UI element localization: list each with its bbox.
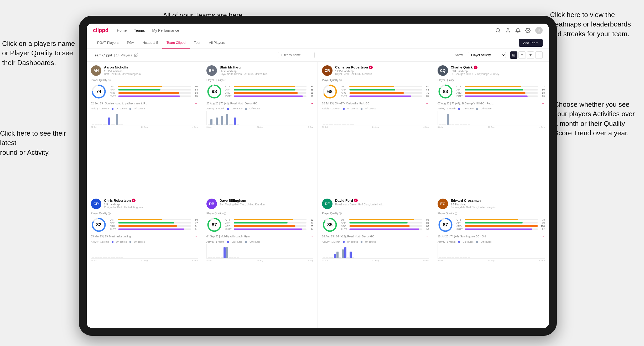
quality-label: Player Quality ⓘ: [91, 212, 198, 215]
players-grid: AN Aaron Nicholls 11:15 Handicap Drift G…: [87, 62, 549, 328]
player-card[interactable]: DB Dave Billingham Sag Maging Golf Club,…: [202, 195, 318, 328]
tab-hcaps[interactable]: Hcaps 1-5: [138, 37, 162, 49]
list-view-button[interactable]: ≡: [518, 51, 526, 59]
tab-pgat-players[interactable]: PGAT Players: [93, 37, 123, 49]
search-icon[interactable]: [495, 28, 501, 33]
quality-number: 83: [443, 89, 448, 94]
last-round[interactable]: 04 Sep 23 | Mobility with coach, Gym →: [206, 235, 313, 238]
sort-button[interactable]: ↕: [535, 51, 543, 59]
last-round[interactable]: 18 Jul 23 | 74 (+4), Sunningdale GC - Ol…: [438, 235, 545, 238]
player-card[interactable]: CR Cameron Robertson ✓ 11:15 Handicap Ro…: [318, 62, 433, 195]
last-round[interactable]: 26 Aug 23 | 73 (+1), Royal North Devon G…: [206, 102, 313, 105]
logo: clippd: [93, 27, 108, 33]
person-icon[interactable]: [505, 28, 511, 33]
player-header: EC Edward Crossman 1-5 Handicap Sunningd…: [438, 199, 545, 209]
player-card[interactable]: AN Aaron Nicholls 11:15 Handicap Drift G…: [87, 62, 202, 195]
quality-label: Player Quality ⓘ: [322, 212, 429, 215]
stat-row: PUTT 85: [341, 95, 429, 97]
nav-my-performance[interactable]: My Performance: [152, 28, 179, 33]
off-course-legend: [129, 108, 131, 110]
quality-circle[interactable]: 74: [91, 84, 107, 99]
player-name[interactable]: Aaron Nicholls: [104, 65, 198, 69]
player-name[interactable]: Edward Crossman: [451, 199, 545, 203]
last-round[interactable]: 02 Jul 23 | 59 (+17), Craigmillar Park G…: [322, 102, 429, 105]
bell-icon[interactable]: [515, 28, 521, 33]
player-header: CR Chris Robertson ✓ 1-5 Handicap Craigm…: [91, 199, 198, 209]
player-card[interactable]: EC Edward Crossman 1-5 Handicap Sunningd…: [433, 195, 549, 328]
show-select[interactable]: Player Activity Quality Score Trend: [468, 52, 506, 58]
player-name[interactable]: Chris Robertson ✓: [104, 199, 198, 203]
last-round[interactable]: 26 Aug 23 | 84 (+12), Royal North Devon …: [322, 235, 429, 238]
nav-home[interactable]: Home: [117, 28, 127, 33]
player-name[interactable]: Cameron Robertson ✓: [335, 65, 429, 69]
stats-list: OTT 84 APP 85 ARG 88 PUTT 9: [225, 85, 313, 98]
settings-icon[interactable]: [525, 28, 531, 33]
ipad-screen: clippd Home Teams My Performance U PGAT …: [87, 24, 549, 328]
player-avatar: BM: [206, 65, 217, 76]
player-handicap: 11:15 Handicap: [335, 70, 429, 73]
last-round[interactable]: 03 Mar 23 | 19; Must make putting →: [91, 235, 198, 238]
stat-row: ARG 75: [341, 92, 429, 94]
player-info: Cameron Robertson ✓ 11:15 Handicap Royal…: [335, 65, 429, 76]
team-header: Team Clippd | 14 Players Show: Player Ac…: [87, 49, 549, 62]
on-course-legend: [343, 241, 345, 243]
quality-number: 82: [96, 222, 101, 227]
last-round[interactable]: 02 Sep 23 | Sunrise round to get back in…: [91, 102, 198, 105]
last-round-arrow: →: [195, 102, 198, 105]
player-card[interactable]: CR Chris Robertson ✓ 1-5 Handicap Craigm…: [87, 195, 202, 328]
player-club: Royal Perth Golf Club, Australia: [335, 73, 429, 76]
player-handicap: 1-5 Handicap: [104, 203, 198, 206]
edit-icon[interactable]: [134, 53, 138, 57]
navbar: clippd Home Teams My Performance U: [87, 24, 549, 37]
activity-chart: [91, 111, 198, 125]
svg-point-8: [527, 30, 529, 31]
tab-all-players[interactable]: All Players: [205, 37, 229, 49]
stat-row: OTT 82: [225, 219, 313, 221]
quality-circle[interactable]: 87: [206, 217, 222, 233]
quality-circle[interactable]: 93: [206, 84, 222, 99]
quality-circle[interactable]: 68: [322, 84, 338, 99]
add-team-button[interactable]: Add Team: [519, 39, 543, 47]
stat-row: APP 85: [225, 88, 313, 91]
quality-circle[interactable]: 87: [438, 217, 453, 233]
team-title: Team Clippd | 14 Players: [93, 53, 138, 57]
svg-point-7: [507, 28, 509, 30]
stat-row: PUTT 91: [110, 228, 198, 231]
grid-view-button[interactable]: ⊞: [510, 51, 517, 59]
quality-label: Player Quality ⓘ: [206, 78, 313, 82]
nav-teams[interactable]: Teams: [134, 28, 145, 33]
activity-chart: [438, 111, 545, 125]
activity-annotation: Choose whether you seeyour players Activ…: [554, 100, 635, 138]
subnav-tabs: PGAT Players PGA Hcaps 1-5 Team Clippd T…: [93, 37, 229, 49]
quality-circle[interactable]: 82: [91, 217, 107, 233]
player-name[interactable]: Blair McHarg: [220, 65, 313, 69]
last-round-arrow: →: [426, 235, 429, 238]
tab-pga[interactable]: PGA: [123, 37, 138, 49]
player-name[interactable]: Charlie Quick ✓: [451, 65, 545, 69]
filter-button[interactable]: ▼: [527, 51, 534, 59]
player-name[interactable]: Dave Billingham: [220, 199, 313, 203]
player-avatar: DB: [206, 199, 217, 209]
quality-section: 74 OTT 60 APP 58 ARG 84 PUTT: [91, 84, 198, 99]
on-course-legend: [227, 108, 229, 110]
activity-label: Activity · 1 Month On course Off course: [206, 107, 313, 110]
filter-input[interactable]: [278, 52, 315, 58]
activity-label: Activity · 1 Month On course Off course: [91, 241, 198, 243]
last-round[interactable]: 07 Aug 23 | 77 (+7), St George's Hill GC…: [438, 102, 545, 105]
avatar[interactable]: U: [535, 27, 543, 34]
tab-team-clippd[interactable]: Team Clippd: [162, 37, 190, 49]
player-name[interactable]: David Ford ✓: [335, 199, 429, 203]
player-header: CR Cameron Robertson ✓ 11:15 Handicap Ro…: [322, 65, 429, 76]
player-card[interactable]: BM Blair McHarg Plus Handicap Royal Nort…: [202, 62, 318, 195]
quality-circle[interactable]: 83: [438, 84, 453, 99]
tab-tour[interactable]: Tour: [190, 37, 205, 49]
last-round-arrow: →: [310, 235, 313, 238]
quality-circle[interactable]: 85: [322, 217, 338, 233]
stat-row: APP 77: [110, 222, 198, 224]
player-card[interactable]: CQ Charlie Quick ✓ 6:10 Handicap St. Geo…: [433, 62, 549, 195]
player-info: Edward Crossman 1-5 Handicap Sunningdale…: [451, 199, 545, 209]
player-card[interactable]: DF David Ford ✓ Royal North Devon Golf C…: [318, 195, 433, 328]
svg-line-6: [499, 31, 500, 32]
player-header: CQ Charlie Quick ✓ 6:10 Handicap St. Geo…: [438, 65, 545, 76]
quality-section: 87 OTT 82 APP 74 ARG 85 PUTT: [206, 217, 313, 233]
